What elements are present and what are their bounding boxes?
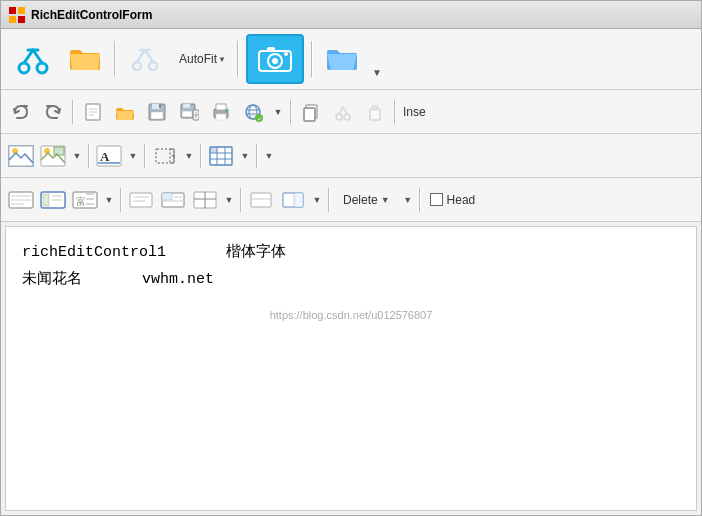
svg-rect-29	[182, 111, 192, 117]
control-button-7[interactable]	[246, 187, 276, 213]
svg-rect-50	[372, 106, 378, 110]
svg-rect-88	[162, 193, 172, 200]
control-button-2[interactable]	[38, 187, 68, 213]
resize-button[interactable]	[150, 143, 180, 169]
open-folder-button[interactable]	[60, 34, 110, 84]
svg-text:✓: ✓	[257, 116, 262, 122]
svg-point-16	[272, 58, 278, 64]
watermark-text: https://blog.csdn.net/u012576807	[6, 309, 696, 321]
separator-row3-1	[88, 144, 90, 168]
toolbar1-dropdown-arrow: ▼	[372, 67, 382, 78]
svg-rect-94	[251, 193, 271, 207]
autofit-button[interactable]: AutoFit ▼	[172, 47, 233, 71]
save-button[interactable]	[142, 99, 172, 125]
toolbar3-more-arrow: ▼	[265, 151, 274, 161]
separator-3	[311, 41, 313, 77]
web-button[interactable]: ✓	[238, 99, 268, 125]
svg-rect-76	[43, 194, 49, 206]
toolbar4-dropdown-2[interactable]: ▼	[222, 187, 236, 213]
content-col2-row2: vwhm.net	[142, 266, 214, 293]
svg-rect-36	[225, 110, 227, 112]
toolbar4-dropdown-3[interactable]: ▼	[310, 187, 324, 213]
svg-rect-17	[267, 47, 275, 52]
toolbar4-arrow-3: ▼	[313, 195, 322, 205]
svg-text:富: 富	[76, 196, 86, 207]
cut-button-row2[interactable]	[328, 99, 358, 125]
toolbar3-more-dropdown[interactable]: ▼	[262, 143, 276, 169]
svg-point-46	[344, 114, 350, 120]
svg-rect-0	[9, 7, 16, 14]
toolbar4-dropdown-4[interactable]: ▼	[401, 187, 415, 213]
text-dropdown[interactable]: ▼	[126, 143, 140, 169]
control-button-5[interactable]	[158, 187, 188, 213]
svg-rect-49	[370, 109, 380, 120]
content-col1-row2: 未闻花名	[22, 266, 82, 293]
image-dropdown[interactable]: ▼	[70, 143, 84, 169]
app-icon	[9, 7, 25, 23]
content-area: richEditControl1 楷体字体 未闻花名 vwhm.net http…	[5, 226, 697, 511]
control-button-4[interactable]	[126, 187, 156, 213]
separator-row2-1	[72, 100, 74, 124]
open-button[interactable]	[110, 99, 140, 125]
svg-rect-26	[159, 104, 161, 108]
save-as-button[interactable]	[174, 99, 204, 125]
svg-rect-2	[9, 16, 16, 23]
new-button[interactable]	[78, 99, 108, 125]
svg-rect-1	[18, 7, 25, 14]
undo-button[interactable]	[6, 99, 36, 125]
separator-row4-2	[240, 188, 242, 212]
svg-line-47	[339, 107, 343, 114]
svg-rect-3	[18, 16, 25, 23]
delete-dropdown-arrow: ▼	[381, 195, 390, 205]
control-button-6[interactable]	[190, 187, 220, 213]
table-dropdown[interactable]: ▼	[238, 143, 252, 169]
svg-rect-28	[183, 104, 190, 108]
control-button-1[interactable]	[6, 187, 36, 213]
insert-image-button-2[interactable]	[38, 143, 68, 169]
content-col2-row1: 楷体字体	[226, 239, 286, 266]
copy-button[interactable]	[296, 99, 326, 125]
delete-button[interactable]: Delete ▼	[334, 189, 399, 211]
svg-rect-35	[216, 114, 226, 120]
head-label: Head	[447, 193, 476, 207]
main-window: RichEditControlForm	[0, 0, 702, 516]
separator-row4-3	[328, 188, 330, 212]
print-button[interactable]	[206, 99, 236, 125]
cut-button-2[interactable]	[120, 34, 170, 84]
toolbar2-dropdown[interactable]: ▼	[270, 99, 286, 125]
svg-rect-34	[216, 104, 226, 110]
text-dropdown-arrow: ▼	[129, 151, 138, 161]
head-checkbox[interactable]	[430, 193, 443, 206]
svg-rect-24	[152, 104, 160, 109]
control-button-3[interactable]: 富	[70, 187, 100, 213]
text-button[interactable]: A	[94, 143, 124, 169]
paste-button[interactable]	[360, 99, 390, 125]
separator-row3-3	[200, 144, 202, 168]
content-col1-row1: richEditControl1	[22, 239, 166, 266]
separator-row2-3	[394, 100, 396, 124]
toolbar4-arrow-1: ▼	[105, 195, 114, 205]
separator-1	[114, 41, 116, 77]
control-button-8[interactable]	[278, 187, 308, 213]
title-bar: RichEditControlForm	[1, 1, 701, 29]
svg-rect-44	[304, 108, 315, 121]
svg-rect-60	[156, 149, 170, 163]
resize-dropdown[interactable]: ▼	[182, 143, 196, 169]
toolbar-row-2: ✓ ▼	[1, 90, 701, 134]
insert-image-button-1[interactable]	[6, 143, 36, 169]
svg-line-6	[24, 50, 33, 63]
toolbar1-dropdown[interactable]: ▼	[369, 64, 385, 81]
open-folder-button-2[interactable]	[317, 34, 367, 84]
svg-point-5	[37, 63, 47, 73]
toolbar-row-3: ▼ A ▼ ▼	[1, 134, 701, 178]
svg-line-12	[145, 50, 153, 62]
cut-button[interactable]	[8, 34, 58, 84]
toolbar4-dropdown-1[interactable]: ▼	[102, 187, 116, 213]
delete-label: Delete	[343, 193, 378, 207]
autofit-label: AutoFit	[179, 52, 217, 66]
table-button[interactable]	[206, 143, 236, 169]
screenshot-button[interactable]	[246, 34, 304, 84]
separator-row3-2	[144, 144, 146, 168]
redo-button[interactable]	[38, 99, 68, 125]
toolbar-row-1: AutoFit ▼ ▼	[1, 29, 701, 90]
